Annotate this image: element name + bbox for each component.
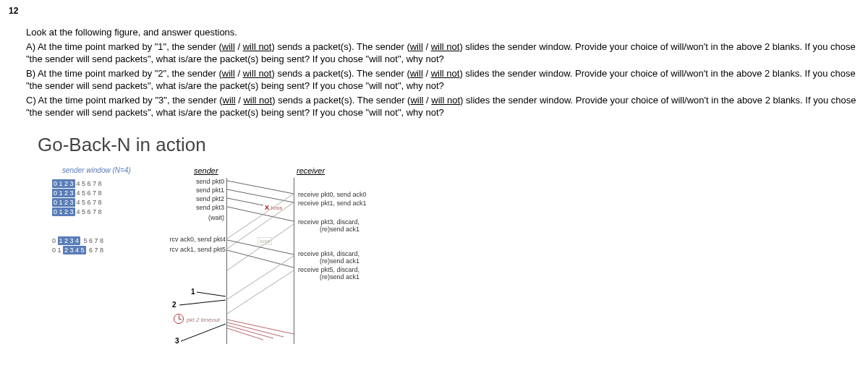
sender-event: send pkt2	[166, 195, 224, 202]
text: ) sends a packet(s). The sender (	[272, 95, 410, 106]
receiver-event: receive pkt0, send ack0	[298, 191, 367, 198]
choice-willnot: will not	[431, 68, 460, 79]
svg-line-4	[227, 194, 294, 239]
text: 5 6 7 8	[82, 237, 103, 244]
sender-event: rcv ack0, send pkt4	[153, 236, 226, 243]
text: /	[423, 68, 431, 79]
text: 6 7 8	[88, 247, 104, 254]
choice-will: will	[222, 68, 235, 79]
choice-willnot: will not	[431, 41, 460, 52]
text: C) At the time point marked by "3", the …	[26, 95, 223, 106]
time-marker-2: 2	[172, 301, 176, 309]
sender-event: send pkt0	[166, 178, 224, 185]
figure-title: Go-Back-N in action	[38, 134, 859, 156]
receiver-event: (re)send ack1	[320, 226, 359, 233]
loss-label-box: loss	[258, 237, 272, 245]
svg-line-15	[197, 292, 226, 296]
sender-event: send pkt3	[166, 204, 224, 211]
svg-line-2	[227, 198, 263, 205]
choice-willnot: will not	[431, 95, 460, 106]
svg-line-17	[181, 324, 226, 341]
receiver-event: receive pkt4, discard,	[298, 250, 359, 257]
text: /	[423, 41, 431, 52]
choice-will: will	[222, 41, 235, 52]
sender-event: (wait)	[166, 214, 224, 221]
timeout-label: pkt 2 timeout	[187, 317, 220, 323]
text: /	[236, 95, 244, 106]
receiver-event: (re)send ack1	[320, 273, 359, 281]
choice-willnot: will not	[243, 41, 272, 52]
figure: sender window (N=4) sender receiver 0 1 …	[52, 160, 859, 377]
sender-event: send pkt1	[166, 187, 224, 194]
svg-line-10	[227, 270, 294, 314]
prompt-part-b: B) At the time point marked by "2", the …	[26, 67, 859, 93]
svg-line-13	[227, 325, 273, 338]
text: ) sends a packet(s). The sender (	[271, 68, 409, 79]
prompt-part-a: A) At the time point marked by "1", the …	[26, 40, 859, 66]
window-box: 0 1 2 3	[52, 179, 75, 188]
window-box: 0 1 2 3	[52, 207, 75, 216]
text: 0 1	[52, 247, 63, 254]
svg-line-16	[179, 300, 226, 305]
window-states-mid: 0 1 2 3 4 5 6 7 8 0 1 2 3 4 5 6 7 8	[52, 236, 103, 255]
choice-will: will	[410, 41, 423, 52]
clock-icon	[174, 314, 184, 324]
choice-will: will	[410, 95, 423, 106]
prompt-lead: Look at the following figure, and answer…	[26, 26, 859, 39]
sender-event: rcv ack1, send pkt5	[153, 246, 226, 253]
receiver-event: receive pkt5, discard,	[298, 266, 359, 273]
svg-line-0	[227, 181, 294, 194]
sender-heading: sender	[194, 166, 218, 175]
svg-line-9	[227, 256, 294, 299]
sender-window-label: sender window (N=4)	[62, 166, 131, 174]
loss-label: loss	[271, 205, 283, 211]
window-box: 0 1 2 3	[52, 198, 75, 207]
text: ) sends a packet(s). The sender (	[271, 41, 409, 52]
receiver-event: receive pkt1, send ack1	[298, 200, 367, 207]
text: 4 5 6 7 8	[77, 208, 102, 215]
choice-willnot: will not	[243, 68, 272, 79]
svg-line-8	[227, 250, 294, 267]
packet-arrows	[226, 178, 295, 344]
text: /	[235, 68, 243, 79]
text: 4 5 6 7 8	[77, 189, 102, 197]
text: /	[424, 95, 432, 106]
text: A) At the time point marked by "1", the …	[26, 41, 222, 52]
x-icon: X	[265, 204, 269, 211]
choice-will: will	[410, 68, 423, 79]
svg-line-11	[227, 320, 294, 334]
text: 4 5 6 7 8	[77, 180, 102, 187]
text: 4 5 6 7 8	[77, 199, 102, 206]
receiver-event: (re)send ack1	[320, 257, 359, 265]
receiver-heading: receiver	[297, 166, 325, 175]
question-prompt: Look at the following figure, and answer…	[26, 26, 859, 119]
choice-will: will	[223, 95, 236, 106]
window-states-top: 0 1 2 34 5 6 7 8 0 1 2 34 5 6 7 8 0 1 2 …	[52, 179, 102, 217]
window-box: 0 1 2 3	[52, 189, 75, 197]
window-box: 2 3 4 5	[63, 246, 86, 254]
text: 0	[52, 237, 58, 244]
prompt-part-c: C) At the time point marked by "3", the …	[26, 94, 859, 119]
text: B) At the time point marked by "2", the …	[26, 68, 222, 79]
window-box: 1 2 3 4	[58, 236, 81, 245]
loss-icon: X loss	[265, 204, 283, 211]
choice-willnot: will not	[243, 95, 272, 106]
receiver-event: receive pkt3, discard,	[298, 218, 359, 226]
text: /	[235, 41, 243, 52]
question-number: 12	[9, 6, 859, 16]
